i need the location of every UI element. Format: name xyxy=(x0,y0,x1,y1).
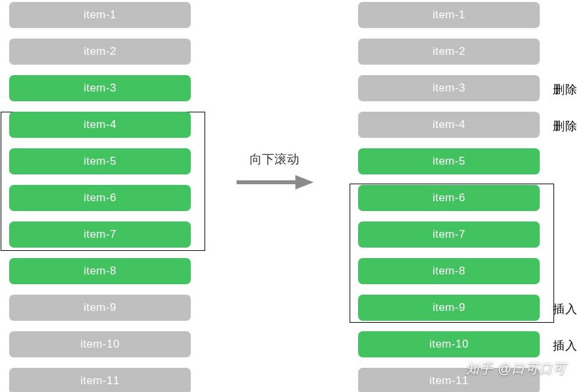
list-item: item-8 xyxy=(9,258,191,284)
list-item: item-11 xyxy=(358,368,540,392)
list-item: item-11 xyxy=(9,368,191,392)
list-item: item-6 xyxy=(9,185,191,211)
list-item: item-4删除 xyxy=(358,112,540,138)
list-item: item-3 xyxy=(9,75,191,101)
center-column: 向下滚动 xyxy=(199,2,350,190)
right-list-column: item-1item-2item-3删除item-4删除item-5item-6… xyxy=(350,2,548,392)
diagram-container: item-1item-2item-3item-4item-5item-6item… xyxy=(0,0,577,392)
list-item: item-7 xyxy=(358,221,540,248)
arrow-right-icon xyxy=(235,174,314,190)
list-item: item-2 xyxy=(358,39,540,65)
list-item: item-3删除 xyxy=(358,75,540,101)
list-item: item-9 xyxy=(9,295,191,321)
list-item: item-2 xyxy=(9,39,191,65)
insert-annotation: 插入 xyxy=(553,301,577,317)
list-item: item-4 xyxy=(9,112,191,138)
list-item: item-10 xyxy=(9,331,191,357)
list-item: item-6 xyxy=(358,185,540,211)
list-item: item-8 xyxy=(358,258,540,284)
list-item: item-1 xyxy=(358,2,540,28)
delete-annotation: 删除 xyxy=(553,118,577,134)
delete-annotation: 删除 xyxy=(553,82,577,97)
list-item: item-9插入 xyxy=(358,295,540,321)
list-item: item-7 xyxy=(9,221,191,248)
list-item: item-5 xyxy=(9,148,191,174)
insert-annotation: 插入 xyxy=(553,338,577,353)
list-item: item-1 xyxy=(9,2,191,28)
list-item: item-10插入 xyxy=(358,331,540,357)
svg-marker-1 xyxy=(295,175,314,189)
list-item: item-5 xyxy=(358,148,540,174)
left-list-column: item-1item-2item-3item-4item-5item-6item… xyxy=(1,2,199,392)
scroll-label: 向下滚动 xyxy=(250,151,299,168)
